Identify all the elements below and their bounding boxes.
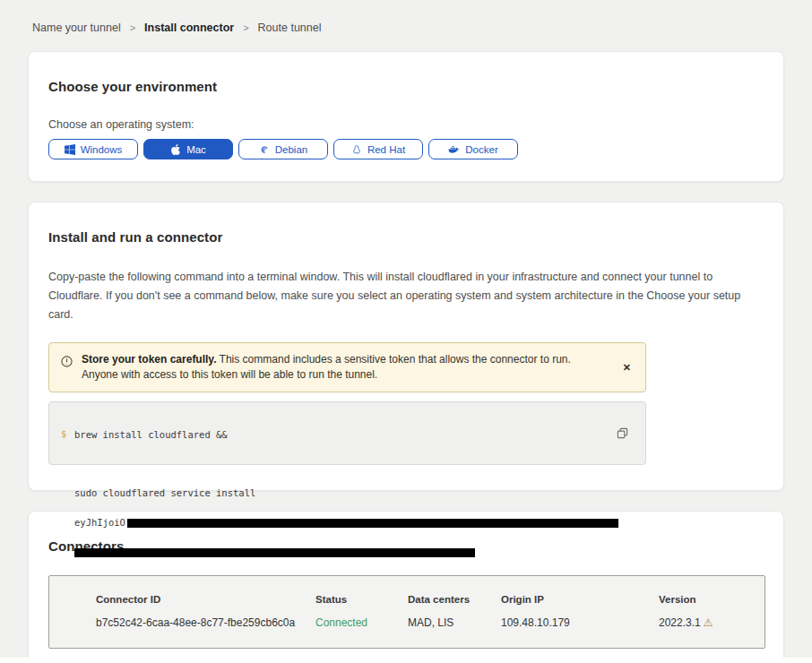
breadcrumb-route-tunnel[interactable]: Route tunnel: [258, 22, 322, 34]
breadcrumb-install-connector[interactable]: Install connector: [144, 22, 234, 34]
choose-environment-title: Choose your environment: [48, 79, 764, 94]
os-button-label: Windows: [81, 144, 123, 155]
apple-icon: [170, 144, 181, 155]
install-connector-title: Install and run a connector: [48, 229, 764, 245]
token-warning-text: Store your token carefully. This command…: [82, 352, 635, 383]
col-header-status: Status: [315, 594, 408, 605]
version-value: 2022.3.1: [659, 616, 701, 629]
cell-origin-ip: 109.48.10.179: [501, 616, 659, 629]
col-header-origin-ip: Origin IP: [501, 594, 659, 605]
redacted-token-bar-1: [127, 519, 618, 528]
os-button-group: Windows Mac Debian Red Hat: [48, 139, 764, 159]
install-connector-description: Copy-paste the following command into a …: [48, 268, 762, 324]
breadcrumb-separator: >: [130, 22, 135, 33]
os-button-label: Docker: [465, 144, 497, 155]
os-button-label: Debian: [275, 144, 307, 155]
banner-close-button[interactable]: ✕: [619, 359, 635, 376]
breadcrumb-name-your-tunnel[interactable]: Name your tunnel: [32, 22, 121, 34]
col-header-connector-id: Connector ID: [96, 594, 315, 605]
tunnel-setup-page: Name your tunnel > Install connector > R…: [0, 0, 812, 663]
install-command-text: brew install cloudflared && sudo cloudfl…: [74, 410, 618, 577]
code-line-2: sudo cloudflared service install: [74, 488, 618, 498]
redhat-icon: [351, 144, 362, 155]
install-connector-card: Install and run a connector Copy-paste t…: [28, 202, 784, 491]
code-line-1: brew install cloudflared &&: [74, 430, 618, 440]
cell-version: 2022.3.1⚠: [659, 616, 764, 629]
breadcrumb-separator: >: [243, 22, 248, 33]
os-button-label: Red Hat: [367, 144, 405, 155]
choose-environment-card: Choose your environment Choose an operat…: [28, 51, 784, 182]
os-button-windows[interactable]: Windows: [48, 139, 138, 159]
connectors-table-header-row: Connector ID Status Data centers Origin …: [96, 594, 764, 605]
cell-status: Connected: [315, 616, 408, 629]
os-button-docker[interactable]: Docker: [428, 139, 518, 159]
terminal-prompt: $: [61, 428, 66, 439]
os-select-label: Choose an operating system:: [48, 118, 764, 131]
token-warning-banner: Store your token carefully. This command…: [48, 342, 646, 392]
windows-icon: [65, 144, 75, 155]
token-warning-bold: Store your token carefully.: [82, 353, 217, 366]
connectors-table: Connector ID Status Data centers Origin …: [48, 575, 765, 649]
breadcrumb: Name your tunnel > Install connector > R…: [0, 0, 812, 34]
col-header-data-centers: Data centers: [408, 594, 501, 605]
install-command-codeblock: $ brew install cloudflared && sudo cloud…: [48, 401, 646, 465]
code-line-3: eyJhIjoiO: [74, 518, 618, 528]
info-circle-icon: [61, 355, 73, 371]
os-button-debian[interactable]: Debian: [238, 139, 328, 159]
bottom-strip: [0, 658, 812, 663]
debian-icon: [259, 144, 270, 155]
docker-icon: [448, 144, 460, 155]
os-button-mac[interactable]: Mac: [143, 139, 233, 159]
token-prefix: eyJhIjoiO: [74, 517, 125, 528]
col-header-version: Version: [659, 594, 764, 605]
code-line-gap: [74, 460, 618, 469]
os-button-label: Mac: [186, 144, 206, 155]
redacted-token-bar-2: [74, 548, 475, 557]
table-row: b7c52c42-6caa-48ee-8c77-fbe259cb6c0a Con…: [96, 605, 764, 629]
version-warning-icon: ⚠: [704, 616, 713, 629]
copy-icon[interactable]: [615, 426, 630, 443]
cell-data-centers: MAD, LIS: [408, 616, 501, 629]
os-button-redhat[interactable]: Red Hat: [333, 139, 423, 159]
cell-connector-id: b7c52c42-6caa-48ee-8c77-fbe259cb6c0a: [96, 616, 315, 629]
